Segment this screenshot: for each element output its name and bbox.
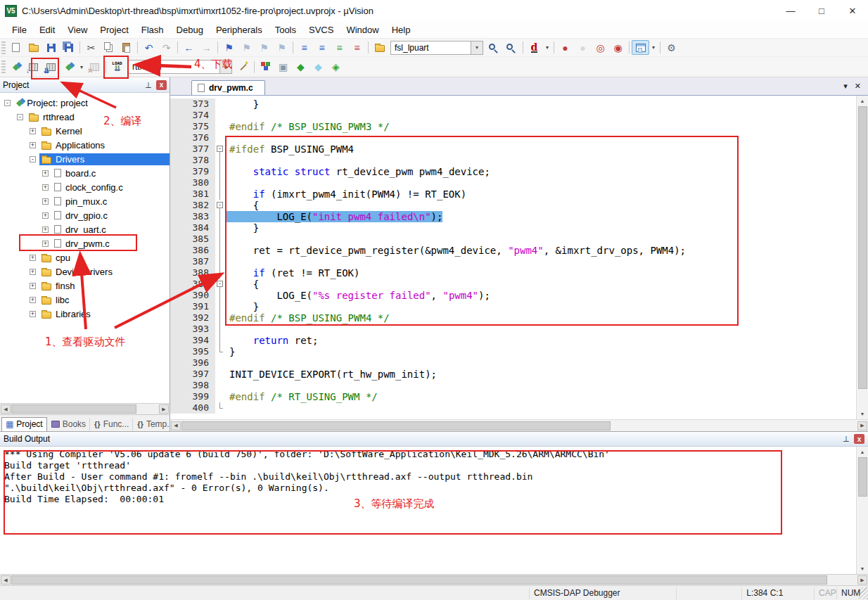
- disable-all-breakpoints-icon[interactable]: ◎: [592, 40, 609, 55]
- code-text[interactable]: [225, 177, 229, 189]
- line-number[interactable]: 386: [170, 245, 215, 256]
- tree-item-libc[interactable]: +libc: [0, 293, 170, 307]
- expand-icon[interactable]: +: [42, 170, 49, 177]
- cut-icon[interactable]: ✂: [82, 40, 100, 55]
- editor-vscrollbar[interactable]: ▲ ▼: [856, 96, 868, 419]
- code-text[interactable]: [225, 380, 229, 391]
- panel-tab-books[interactable]: Books: [48, 418, 90, 431]
- tree-item-drivers[interactable]: -Drivers: [0, 152, 170, 166]
- pin-icon[interactable]: ⊤: [145, 82, 152, 89]
- kill-all-breakpoints-icon[interactable]: ◉: [609, 40, 627, 55]
- wrench-icon[interactable]: ⚙: [663, 40, 680, 55]
- line-number[interactable]: 373: [170, 98, 215, 110]
- tree-item-pin-mux-c[interactable]: +pin_mux.c: [0, 194, 170, 208]
- code-text[interactable]: #endif /* RT_USING_PWM */: [225, 391, 378, 402]
- fold-margin[interactable]: [215, 391, 225, 402]
- scroll-left-icon[interactable]: ◀: [1, 404, 11, 414]
- find-doc-icon[interactable]: [485, 40, 503, 55]
- options-for-target-icon[interactable]: [234, 60, 252, 75]
- fold-margin[interactable]: [215, 357, 225, 369]
- find-in-files-icon[interactable]: [371, 40, 388, 55]
- fold-margin[interactable]: [215, 189, 225, 200]
- line-number[interactable]: 392: [170, 312, 215, 324]
- code-pane[interactable]: 373 }374375#endif /* BSP_USING_PWM3 */37…: [170, 96, 856, 419]
- pin-icon[interactable]: ⊤: [843, 435, 850, 442]
- scroll-thumb[interactable]: [858, 457, 867, 497]
- menu-debug[interactable]: Debug: [170, 23, 210, 37]
- tree-item-kernel[interactable]: +Kernel: [0, 124, 170, 138]
- minimize-button[interactable]: —: [775, 0, 806, 21]
- scroll-up-icon[interactable]: ▲: [857, 96, 868, 106]
- target-combo[interactable]: rtthread▾: [128, 60, 232, 74]
- copy-icon[interactable]: [100, 40, 117, 55]
- line-number[interactable]: 388: [170, 267, 215, 279]
- tree-item-project-project[interactable]: -◆Project: project: [0, 96, 170, 110]
- fold-margin[interactable]: -: [215, 279, 225, 290]
- code-text[interactable]: #ifdef BSP_USING_PWM4: [225, 143, 354, 155]
- line-number[interactable]: 387: [170, 256, 215, 267]
- fold-margin[interactable]: [215, 98, 225, 110]
- editor-close-icon[interactable]: ✕: [855, 82, 861, 91]
- code-text[interactable]: LOG_E("init pwm4 failed\n");: [225, 211, 442, 222]
- line-number[interactable]: 376: [170, 132, 215, 143]
- unindent-icon[interactable]: ≡: [295, 40, 313, 55]
- line-number[interactable]: 393: [170, 324, 215, 335]
- expand-icon[interactable]: +: [42, 198, 49, 205]
- code-text[interactable]: {: [225, 279, 259, 290]
- tree-item-rtthread[interactable]: -rtthread: [0, 110, 170, 124]
- line-number[interactable]: 394: [170, 335, 215, 346]
- fold-margin[interactable]: [215, 346, 225, 357]
- expand-icon[interactable]: +: [42, 184, 49, 191]
- menu-flash[interactable]: Flash: [135, 23, 170, 37]
- line-number[interactable]: 378: [170, 155, 215, 166]
- save-icon[interactable]: [42, 40, 60, 55]
- search-combo[interactable]: fsl_lpuart▾: [390, 41, 483, 55]
- fold-margin[interactable]: [215, 267, 225, 279]
- line-number[interactable]: 397: [170, 369, 215, 380]
- rebuild-icon[interactable]: [42, 60, 60, 75]
- code-text[interactable]: [225, 234, 229, 245]
- collapse-icon[interactable]: -: [30, 156, 36, 162]
- build-output-close-icon[interactable]: x: [854, 434, 864, 444]
- line-number[interactable]: 391: [170, 301, 215, 312]
- search-combo-dropdown-icon[interactable]: ▾: [471, 42, 483, 54]
- save-all-icon[interactable]: [60, 40, 77, 55]
- fold-margin[interactable]: [215, 211, 225, 222]
- line-number[interactable]: 390: [170, 290, 215, 301]
- fold-margin[interactable]: [215, 132, 225, 143]
- code-text[interactable]: [225, 357, 229, 369]
- fold-margin[interactable]: [215, 177, 225, 189]
- line-number[interactable]: 377: [170, 143, 215, 155]
- fold-collapse-icon[interactable]: -: [217, 202, 223, 208]
- collapse-icon[interactable]: -: [4, 100, 11, 106]
- expand-icon[interactable]: +: [30, 255, 36, 261]
- scroll-down-icon[interactable]: ▼: [857, 563, 868, 574]
- tree-item-clock-config-c[interactable]: +clock_config.c: [0, 180, 170, 194]
- collapse-icon[interactable]: -: [17, 114, 23, 120]
- build-output-vscrollbar[interactable]: ▲ ▼: [856, 447, 868, 574]
- fold-margin[interactable]: [215, 222, 225, 234]
- stop-build-icon[interactable]: [86, 60, 103, 75]
- menu-window[interactable]: Window: [340, 23, 385, 37]
- line-number[interactable]: 380: [170, 177, 215, 189]
- line-number[interactable]: 384: [170, 222, 215, 234]
- code-text[interactable]: static struct rt_device_pwm pwm4_device;: [225, 166, 490, 177]
- nav-back-icon[interactable]: ←: [180, 40, 198, 55]
- select-packs-icon[interactable]: ◆: [309, 60, 327, 75]
- debug-windows-icon[interactable]: [632, 40, 649, 55]
- expand-icon[interactable]: +: [30, 128, 36, 134]
- resize-grip[interactable]: [860, 587, 868, 599]
- file-extensions-icon[interactable]: ▣: [274, 60, 292, 75]
- open-folder-icon[interactable]: [25, 40, 42, 55]
- indent-icon[interactable]: ≡: [313, 40, 331, 55]
- code-text[interactable]: if (ret != RT_EOK): [225, 267, 359, 279]
- new-file-icon[interactable]: [7, 40, 25, 55]
- fold-margin[interactable]: -: [215, 200, 225, 211]
- expand-icon[interactable]: +: [42, 226, 49, 233]
- incremental-find-icon[interactable]: [503, 40, 521, 55]
- translate-icon[interactable]: ◆: [7, 60, 25, 75]
- code-text[interactable]: [225, 402, 229, 414]
- scroll-up-icon[interactable]: ▲: [857, 447, 868, 457]
- tree-item-drv-gpio-c[interactable]: +drv_gpio.c: [0, 208, 170, 222]
- code-text[interactable]: [225, 324, 229, 335]
